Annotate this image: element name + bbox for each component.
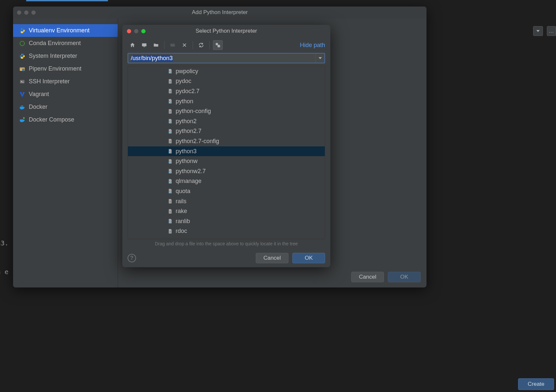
drag-drop-hint: Drag and drop a file into the space abov… — [122, 239, 330, 249]
front-title: Select Python Interpreter — [126, 28, 326, 34]
sidebar-label: System Interpreter — [29, 53, 77, 59]
front-traffic-lights[interactable] — [127, 29, 146, 33]
home-icon[interactable] — [128, 40, 137, 50]
svg-rect-14 — [217, 45, 220, 47]
file-name: rdoc — [176, 228, 187, 235]
file-icon — [167, 138, 173, 144]
create-button[interactable]: Create — [518, 378, 554, 390]
refresh-icon[interactable] — [196, 40, 206, 50]
file-icon — [167, 98, 173, 104]
file-item[interactable]: pwpolicy — [128, 66, 325, 76]
file-item[interactable]: python2 — [128, 116, 325, 126]
pipenv-icon — [19, 66, 26, 72]
sidebar-label: Vagrant — [29, 91, 49, 98]
file-item[interactable]: ranlib — [128, 216, 325, 226]
file-name: python — [176, 98, 193, 105]
file-icon — [167, 108, 173, 114]
file-item[interactable]: python3 — [128, 146, 325, 156]
file-icon — [167, 188, 173, 194]
sidebar-label: Conda Environment — [29, 40, 81, 47]
sidebar-label: Docker Compose — [29, 116, 74, 123]
file-name: python3 — [176, 148, 197, 155]
file-icon — [167, 88, 173, 94]
file-item[interactable]: python2.7-config — [128, 136, 325, 146]
svg-point-0 — [21, 29, 22, 29]
sidebar-item-ssh-interpreter[interactable]: SSH Interpreter — [13, 75, 118, 88]
file-icon — [167, 78, 173, 84]
file-item[interactable]: pydoc — [128, 76, 325, 87]
file-item[interactable]: python2.7 — [128, 126, 325, 137]
sidebar-item-virtualenv-environment[interactable]: vVirtualenv Environment — [13, 24, 118, 37]
sidebar-label: SSH Interpreter — [29, 78, 70, 85]
file-name: python2 — [176, 118, 197, 125]
file-tree[interactable]: pwpolicypydocpydoc2.7pythonpython-config… — [128, 66, 325, 239]
file-name: ranlib — [176, 218, 190, 225]
project-folder-icon[interactable] — [151, 40, 161, 50]
file-item[interactable]: quota — [128, 186, 325, 196]
file-item[interactable]: python-config — [128, 106, 325, 116]
svg-point-13 — [216, 43, 218, 45]
file-name: rails — [176, 198, 186, 205]
minimize-icon[interactable] — [134, 29, 138, 33]
new-folder-icon — [168, 40, 178, 50]
separator — [209, 41, 210, 49]
path-input[interactable] — [128, 54, 315, 63]
file-item[interactable]: rails — [128, 196, 325, 206]
sidebar-item-system-interpreter[interactable]: System Interpreter — [13, 50, 118, 62]
file-item[interactable]: rdoc — [128, 226, 325, 237]
desktop-icon[interactable] — [139, 40, 149, 50]
file-item[interactable]: rake — [128, 206, 325, 216]
file-name: pythonw — [176, 158, 198, 165]
parent-cancel-button[interactable]: Cancel — [351, 272, 384, 282]
file-icon — [167, 218, 173, 224]
svg-rect-12 — [144, 47, 145, 47]
parent-traffic-lights[interactable] — [17, 10, 36, 15]
file-icon — [167, 158, 173, 164]
file-name: python2.7-config — [176, 138, 219, 145]
close-dot-icon[interactable] — [17, 10, 21, 15]
sidebar-item-pipenv-environment[interactable]: Pipenv Environment — [13, 62, 118, 75]
file-name: quota — [176, 188, 190, 195]
ssh-icon — [19, 78, 26, 85]
interpreter-more-button[interactable]: … — [547, 26, 556, 36]
svg-rect-11 — [142, 43, 147, 46]
svg-point-10 — [23, 117, 25, 119]
sidebar-item-docker-compose[interactable]: Docker Compose — [13, 113, 118, 126]
maximize-dot-icon[interactable] — [31, 10, 36, 15]
parent-ok-button[interactable]: OK — [388, 272, 421, 282]
sidebar-label: Docker — [29, 104, 47, 110]
sidebar-label: Pipenv Environment — [29, 65, 81, 72]
file-name: rake — [176, 208, 187, 215]
path-history-dropdown[interactable] — [315, 54, 324, 63]
sidebar-item-docker[interactable]: Docker — [13, 101, 118, 113]
file-name: qlmanage — [176, 178, 201, 185]
hide-path-link[interactable]: Hide path — [300, 42, 325, 49]
file-item[interactable]: qlmanage — [128, 176, 325, 187]
file-icon — [167, 208, 173, 214]
separator — [193, 41, 193, 49]
file-item[interactable]: python — [128, 96, 325, 106]
file-icon — [167, 178, 173, 184]
file-icon — [167, 128, 173, 134]
cancel-button[interactable]: Cancel — [256, 253, 288, 263]
help-icon[interactable]: ? — [128, 254, 136, 262]
file-item[interactable]: pydoc2.7 — [128, 86, 325, 96]
close-icon[interactable] — [127, 29, 131, 33]
vagrant-icon — [19, 91, 26, 98]
ok-button[interactable]: OK — [292, 253, 325, 263]
maximize-icon[interactable] — [141, 29, 146, 33]
parent-title: Add Python Interpreter — [17, 9, 423, 16]
file-icon — [167, 148, 173, 154]
file-icon — [167, 228, 173, 234]
front-titlebar: Select Python Interpreter — [122, 25, 330, 37]
delete-icon[interactable] — [180, 40, 189, 50]
sidebar-item-conda-environment[interactable]: Conda Environment — [13, 37, 118, 50]
show-hidden-icon[interactable] — [213, 40, 223, 50]
conda-icon — [19, 40, 26, 47]
file-item[interactable]: pythonw — [128, 156, 325, 166]
file-name: pythonw2.7 — [176, 168, 206, 175]
interpreter-combo-dropdown[interactable] — [533, 26, 543, 36]
file-item[interactable]: pythonw2.7 — [128, 166, 325, 176]
minimize-dot-icon[interactable] — [24, 10, 28, 15]
sidebar-item-vagrant[interactable]: Vagrant — [13, 88, 118, 101]
